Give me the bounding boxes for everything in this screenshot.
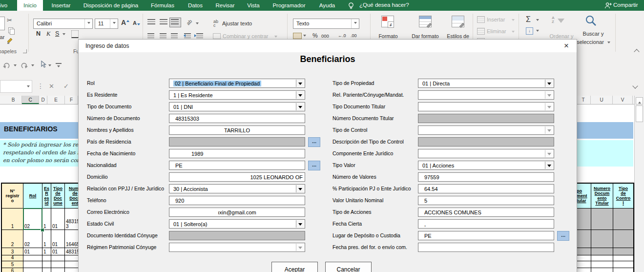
lugar-deposito-field[interactable]: PE xyxy=(418,231,554,240)
align-middle-icon[interactable] xyxy=(160,19,167,25)
nombres-apellidos-field[interactable]: TARRILLO xyxy=(169,126,305,135)
share-button[interactable]: Compartir xyxy=(613,2,638,8)
valor-unitario-field[interactable]: 5 xyxy=(418,196,554,205)
dialog-title-bar[interactable]: Ingreso de datos xyxy=(79,40,577,52)
touch-dropdown-icon[interactable] xyxy=(48,64,51,68)
participacion-field[interactable]: 64.54 xyxy=(418,184,554,193)
scroll-up-button[interactable] xyxy=(636,97,643,105)
cell-empty[interactable] xyxy=(613,268,633,272)
rol-combobox[interactable]: 02 | Beneficiario Final de Propiedad xyxy=(169,79,305,88)
accounting-format-icon[interactable] xyxy=(293,33,302,39)
cell-empty[interactable] xyxy=(51,268,64,272)
row-number[interactable]: 6 xyxy=(2,268,23,272)
tab-vista[interactable]: Vista xyxy=(242,0,265,11)
font-size-combobox[interactable]: 11 xyxy=(95,19,118,29)
aceptar-button[interactable]: Aceptar xyxy=(271,262,318,272)
cell-empty[interactable] xyxy=(51,255,64,261)
underline-dropdown-icon[interactable] xyxy=(62,33,65,37)
cell-tipo-3[interactable]: 01 xyxy=(51,248,64,255)
cell-gray[interactable] xyxy=(591,209,613,230)
increase-decimal-icon[interactable]: ←.0 xyxy=(338,33,346,38)
accounting-dropdown-icon[interactable] xyxy=(303,35,306,38)
find-select-icon[interactable] xyxy=(585,15,598,27)
cell-rol-3[interactable]: 01 xyxy=(23,248,42,255)
cell-es-2[interactable]: 1 xyxy=(42,230,51,248)
col-header-tipodoc[interactable]: Tipo de Doc ume xyxy=(51,184,64,208)
row-number[interactable]: 5 xyxy=(2,261,23,268)
chevron-down-icon[interactable] xyxy=(110,19,118,28)
fill-down-icon[interactable]: ↓ xyxy=(526,27,533,35)
autosum-icon[interactable]: Σ xyxy=(526,15,531,24)
col-header-rol[interactable]: Rol xyxy=(23,184,42,208)
column-header-T[interactable]: T xyxy=(576,96,591,104)
tipo-valor-combobox[interactable]: 01 | Acciones xyxy=(418,161,554,170)
find-select-label-2[interactable]: seleccionar xyxy=(574,39,606,45)
decrease-font-icon[interactable]: A xyxy=(133,20,137,26)
cell-tipo-2[interactable]: 01 xyxy=(51,230,64,248)
tab-ayuda[interactable]: Ayuda xyxy=(313,0,341,11)
italic-button[interactable]: K xyxy=(46,30,50,38)
undo-icon[interactable] xyxy=(2,62,11,69)
numero-valores-field[interactable]: 97559 xyxy=(418,172,554,182)
name-box[interactable] xyxy=(0,80,32,93)
wrap-text-button[interactable]: Ajustar texto xyxy=(222,21,252,26)
tab-revisar[interactable]: Revisar xyxy=(209,0,241,11)
lugar-deposito-browse-button[interactable]: ... xyxy=(557,231,569,241)
cell-empty[interactable] xyxy=(42,261,51,268)
number-format-combobox[interactable]: Texto xyxy=(293,19,359,29)
cell-empty[interactable] xyxy=(23,261,42,268)
cell-empty[interactable] xyxy=(42,255,51,261)
paste-button[interactable] xyxy=(0,17,5,30)
column-header-C-selected[interactable]: C xyxy=(22,96,39,104)
chevron-down-icon[interactable] xyxy=(296,220,304,228)
font-name-combobox[interactable]: Calibri xyxy=(33,19,93,29)
decrease-decimal-icon[interactable]: .00 xyxy=(351,33,357,38)
bold-button[interactable]: N xyxy=(36,30,41,37)
tab-disposicion[interactable]: Disposición de página xyxy=(78,0,144,11)
fecha-pres-field[interactable] xyxy=(418,243,554,252)
cell-empty[interactable] xyxy=(591,255,613,261)
column-header-V[interactable]: V xyxy=(613,96,633,104)
column-header-B[interactable]: B xyxy=(5,96,22,104)
cell-tipo-1[interactable]: 01 xyxy=(51,209,64,230)
cell-empty[interactable] xyxy=(23,255,42,261)
cell-es-3[interactable]: 1 xyxy=(42,248,51,255)
nacionalidad-browse-button[interactable]: ... xyxy=(308,161,320,170)
align-right-icon[interactable] xyxy=(171,33,178,38)
tipo-propiedad-combobox[interactable]: 01 | Directa xyxy=(418,79,554,88)
increase-font-icon[interactable]: A xyxy=(121,19,126,26)
cell-empty[interactable] xyxy=(591,261,613,268)
col-header-esresid[interactable]: Es R es id xyxy=(42,184,51,208)
row-number[interactable]: 4 xyxy=(2,255,23,261)
fill-handle[interactable] xyxy=(41,228,44,232)
chevron-down-icon[interactable] xyxy=(545,80,553,87)
scrollbar-thumb[interactable] xyxy=(636,105,643,122)
column-header-E[interactable]: E xyxy=(47,96,65,104)
customize-qat-icon[interactable] xyxy=(56,63,62,64)
cell-empty[interactable] xyxy=(613,255,633,261)
cell-empty[interactable] xyxy=(51,261,64,268)
undo-dropdown-icon[interactable] xyxy=(14,64,17,68)
correo-field[interactable]: ıxin@gmail.com xyxy=(169,208,305,217)
cell-gray[interactable] xyxy=(591,248,613,255)
fecha-cierta-field[interactable]: , xyxy=(418,219,554,229)
clipboard-dialog-launcher-icon[interactable] xyxy=(23,49,27,53)
cell-empty[interactable] xyxy=(42,268,51,272)
format-painter-icon[interactable] xyxy=(6,37,14,44)
domicilio-field[interactable]: 1025 LEONARDO OF xyxy=(169,172,305,182)
active-cell-selection[interactable] xyxy=(23,208,42,230)
chevron-down-icon[interactable] xyxy=(296,80,304,87)
chevron-down-icon[interactable] xyxy=(296,103,304,110)
find-select-label-1[interactable]: Buscar y xyxy=(579,31,607,37)
touch-mode-icon[interactable] xyxy=(38,61,47,69)
chevron-down-icon[interactable] xyxy=(296,185,304,192)
percent-style-icon[interactable]: % xyxy=(312,32,318,39)
chevron-down-icon[interactable] xyxy=(351,19,359,28)
col-header-tipo-control[interactable]: Tipo de Contro l xyxy=(613,184,633,208)
row-number[interactable]: 2 xyxy=(2,230,23,248)
redo-dropdown-icon[interactable] xyxy=(31,64,34,68)
tab-archivo[interactable]: Archivo xyxy=(0,0,13,11)
column-header-U[interactable]: U xyxy=(591,96,613,104)
cut-icon[interactable]: ✂ xyxy=(7,17,12,24)
chevron-down-icon[interactable] xyxy=(545,162,553,169)
